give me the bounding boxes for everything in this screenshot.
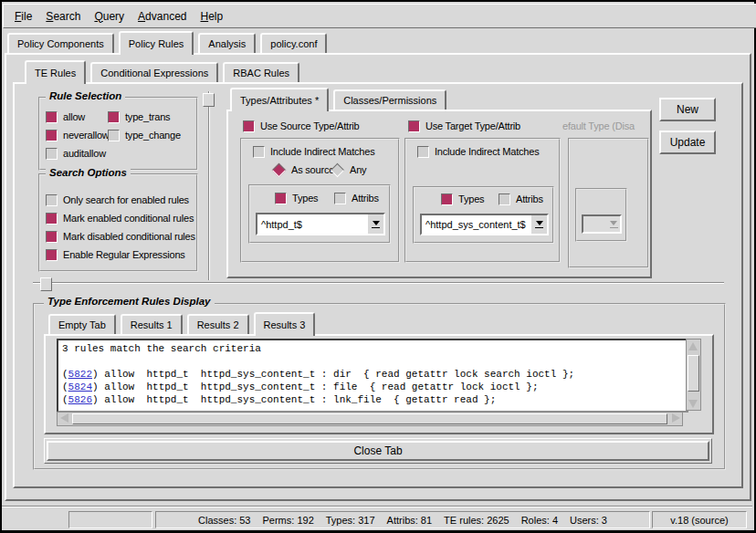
- results-vertical-scrollbar[interactable]: [686, 339, 701, 411]
- radio-any[interactable]: Any: [331, 163, 366, 176]
- scroll-down-button[interactable]: [687, 397, 698, 410]
- default-type-label: efault Type (Disa: [562, 120, 648, 131]
- combo-dropdown-button: [607, 216, 620, 232]
- rule-text: ) allow httpd_t httpd_sys_content_t : fi…: [92, 381, 538, 392]
- checkbox-source-attribs[interactable]: Attribs: [334, 192, 379, 204]
- checkbox-allow[interactable]: allow: [46, 110, 85, 123]
- tab-results-2[interactable]: Results 2: [187, 314, 249, 334]
- source-type-value[interactable]: ^httpd_t$: [257, 214, 368, 234]
- rules-tab-bar: TE Rules Conditional Expressions RBAC Ru…: [25, 62, 299, 82]
- tab-policy-conf[interactable]: policy.conf: [260, 33, 327, 53]
- tab-analysis[interactable]: Analysis: [198, 33, 256, 53]
- checkbox-target-indirect[interactable]: Include Indirect Matches: [417, 145, 539, 158]
- close-tab-button[interactable]: Close Tab: [47, 441, 709, 461]
- checkbox-type-change[interactable]: type_change: [108, 129, 181, 141]
- target-type-combobox[interactable]: ^httpd_sys_content_t$: [420, 214, 549, 235]
- rule-text: ) allow httpd_t httpd_sys_content_t : di…: [92, 369, 574, 380]
- caret-underline: [372, 227, 380, 228]
- checkbox-auditallow[interactable]: auditallow: [46, 147, 106, 160]
- checkbox-neverallow[interactable]: neverallow: [46, 129, 110, 141]
- checkbox-label: Types: [458, 193, 484, 204]
- scroll-right-button[interactable]: [669, 413, 682, 423]
- checkbox-label: Enable Regular Expressions: [63, 249, 185, 260]
- menu-bar: File Search Query Advanced Help: [3, 4, 756, 28]
- checkbox-source-indirect[interactable]: Include Indirect Matches: [253, 145, 374, 158]
- menu-query[interactable]: Query: [94, 10, 124, 23]
- menu-file[interactable]: File: [15, 10, 32, 23]
- checkbox-target-types[interactable]: Types: [441, 193, 484, 205]
- default-type-combobox: [582, 214, 622, 234]
- tab-classes-permissions[interactable]: Classes/Permissions: [333, 89, 446, 110]
- source-type-combobox[interactable]: ^httpd_t$: [256, 213, 385, 235]
- update-button[interactable]: Update: [659, 131, 716, 154]
- scroll-left-button[interactable]: [58, 413, 70, 423]
- checkbox-indicator: [46, 194, 58, 206]
- horizontal-pane-sash[interactable]: [33, 282, 724, 284]
- rule-link[interactable]: 5822: [68, 369, 92, 380]
- tab-conditional-expressions[interactable]: Conditional Expressions: [90, 62, 218, 82]
- checkbox-enable-regex[interactable]: Enable Regular Expressions: [46, 248, 185, 261]
- checkbox-indicator: [46, 148, 58, 160]
- target-type-value[interactable]: ^httpd_sys_content_t$: [422, 215, 531, 234]
- tab-types-attributes[interactable]: Types/Attributes *: [230, 88, 329, 111]
- results-horizontal-scrollbar[interactable]: [57, 412, 683, 426]
- new-button[interactable]: New: [659, 98, 716, 121]
- vertical-pane-sash[interactable]: [208, 91, 210, 280]
- vertical-sash-handle[interactable]: [203, 93, 215, 107]
- rule-link[interactable]: 5826: [68, 394, 92, 405]
- tab-policy-components[interactable]: Policy Components: [7, 33, 114, 53]
- checkbox-use-source-type[interactable]: Use Source Type/Attrib: [243, 120, 360, 132]
- stat-roles: Roles: 4: [521, 515, 558, 526]
- paren: (: [62, 394, 68, 405]
- checkbox-label: Include Indirect Matches: [270, 146, 374, 157]
- checkbox-indicator: [408, 120, 420, 132]
- menu-help[interactable]: Help: [200, 10, 223, 23]
- caret-underline: [610, 227, 618, 228]
- checkbox-type-trans[interactable]: type_trans: [108, 110, 170, 123]
- results-tab-bar: Empty Tab Results 1 Results 2 Results 3: [48, 314, 315, 334]
- checkbox-label: Include Indirect Matches: [435, 146, 539, 157]
- combo-dropdown-button[interactable]: [531, 215, 547, 234]
- default-type-value: [583, 216, 607, 232]
- tab-results-3[interactable]: Results 3: [254, 312, 316, 336]
- stat-users: Users: 3: [570, 515, 607, 526]
- checkbox-only-enabled-rules[interactable]: Only search for enabled rules: [46, 193, 189, 206]
- horizontal-sash-handle[interactable]: [40, 277, 52, 291]
- checkbox-source-types[interactable]: Types: [275, 192, 318, 204]
- main-tab-bar: Policy Components Policy Rules Analysis …: [7, 33, 327, 53]
- checkbox-target-attribs[interactable]: Attribs: [499, 193, 543, 205]
- search-options-title: Search Options: [46, 167, 131, 178]
- stat-types: Types: 317: [326, 515, 375, 526]
- horizontal-scroll-thumb[interactable]: [72, 413, 667, 424]
- tab-empty[interactable]: Empty Tab: [48, 314, 116, 334]
- vertical-scroll-thumb[interactable]: [688, 355, 699, 392]
- checkbox-mark-disabled-conditional[interactable]: Mark disabled conditional rules: [46, 230, 195, 243]
- rule-link[interactable]: 5824: [68, 381, 92, 392]
- caret-down-icon: [373, 221, 380, 225]
- scroll-up-button[interactable]: [687, 340, 698, 352]
- arrow-up-icon: [688, 342, 698, 350]
- results-summary: 3 rules match the search criteria: [62, 342, 683, 355]
- checkbox-indicator: [46, 231, 58, 243]
- menu-advanced[interactable]: Advanced: [138, 10, 186, 23]
- caret-down-icon: [536, 221, 543, 225]
- combo-dropdown-button[interactable]: [368, 214, 383, 234]
- tab-rbac-rules[interactable]: RBAC Rules: [223, 62, 299, 82]
- statusbar-empty-cell: [68, 511, 152, 528]
- checkbox-indicator: [334, 193, 346, 204]
- checkbox-use-target-type[interactable]: Use Target Type/Attrib: [408, 120, 520, 132]
- checkbox-label: Attribs: [352, 193, 379, 204]
- tab-te-rules[interactable]: TE Rules: [25, 60, 86, 84]
- tab-policy-rules[interactable]: Policy Rules: [119, 31, 194, 55]
- tab-results-1[interactable]: Results 1: [121, 314, 183, 334]
- radio-as-source[interactable]: As source: [272, 163, 334, 176]
- checkbox-indicator: [441, 193, 453, 205]
- checkbox-mark-enabled-conditional[interactable]: Mark enabled conditional rules: [46, 212, 194, 225]
- stat-classes: Classes: 53: [198, 515, 250, 526]
- menu-search[interactable]: Search: [46, 10, 80, 23]
- paren: (: [62, 369, 68, 380]
- app-window: File Search Query Advanced Help Policy C…: [0, 0, 756, 533]
- checkbox-indicator: [108, 111, 120, 123]
- results-text-area[interactable]: 3 rules match the search criteria (5822)…: [57, 339, 688, 413]
- checkbox-indicator: [243, 120, 255, 132]
